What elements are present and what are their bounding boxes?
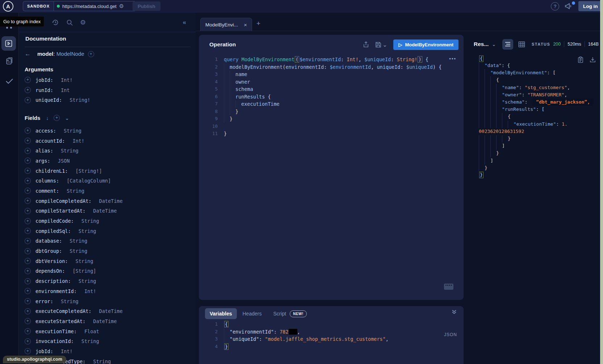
tab-script[interactable]: Script [267,308,289,319]
code-line[interactable]: 0023620128631592 [479,128,594,135]
field-type[interactable]: String [76,278,96,284]
field-type[interactable]: String [67,248,87,254]
response-json-viewer[interactable]: {"data": {"modelByEnvironment": [{"name"… [479,55,594,178]
add-to-query-icon[interactable]: + [25,77,31,83]
field-type[interactable]: String [67,238,87,244]
fields-menu-chevron-icon[interactable]: ⌄ [65,115,69,121]
field-name[interactable]: columns: [35,178,59,184]
field-type[interactable]: String [90,359,111,364]
page-scrollbar[interactable] [600,0,603,364]
code-line[interactable]: 5schema [207,85,441,93]
share-icon[interactable] [363,41,369,48]
search-icon[interactable] [66,19,73,26]
add-to-query-icon[interactable]: + [25,268,31,274]
collapse-variables-icon[interactable] [451,309,457,315]
code-line[interactable]: ] [479,157,594,164]
code-line[interactable]: "data": { [479,62,594,69]
doc-field-type[interactable]: ModelNode [56,51,84,57]
code-line[interactable]: { [479,113,594,120]
code-line[interactable]: ] [479,142,594,150]
add-to-query-icon[interactable]: + [25,188,31,194]
code-line[interactable]: 2"environmentId": 782, [207,328,389,336]
field-type[interactable]: Int! [70,138,84,144]
code-line[interactable]: 6runResults { [207,93,441,101]
field-type[interactable]: String [72,258,93,264]
add-to-query-icon[interactable]: + [25,258,31,264]
field-name[interactable]: executeCompletedAt: [35,308,91,314]
field-type[interactable]: Float [81,329,99,334]
field-name[interactable]: comment: [35,188,59,194]
field-type[interactable]: DateTime [90,208,117,214]
code-line[interactable]: 3name [207,71,441,78]
code-line[interactable]: { [479,76,594,84]
copy-response-icon[interactable] [578,57,583,63]
code-line[interactable]: "schema": “dbt_mary_jackson”, [479,99,594,106]
field-type[interactable]: String [58,148,79,154]
field-type[interactable]: String [76,228,96,234]
code-line[interactable]: } [479,135,594,142]
sort-fields-icon[interactable]: ↓ [46,115,49,121]
field-type[interactable]: Int [58,87,70,93]
keyboard-shortcuts-icon[interactable] [444,284,453,290]
run-operation-button[interactable]: ▷ ModelByEnvironment [393,39,458,50]
field-name[interactable]: runId: [35,87,53,93]
operation-tab[interactable]: ModelByEnvi... × [200,18,252,31]
checklist-nav-item[interactable] [0,77,19,85]
add-to-query-icon[interactable]: + [25,178,31,184]
field-name[interactable]: jobId: [35,348,53,354]
field-name[interactable]: access: [35,128,56,134]
field-type[interactable]: DateTime [96,308,122,314]
code-line[interactable]: 2modelByEnvironment(environmentId: $envi… [207,63,441,71]
login-button[interactable]: Log in [578,1,603,11]
field-type[interactable]: String [64,188,84,194]
add-to-query-icon[interactable]: + [25,127,31,134]
variables-code-editor[interactable]: 1{2"environmentId": 782,3"uniqueId": "mo… [207,321,389,350]
add-to-query-icon[interactable]: + [25,278,31,284]
field-type[interactable]: String! [67,97,90,103]
add-to-query-icon[interactable]: + [25,348,31,354]
add-to-query-icon[interactable]: + [25,138,31,144]
add-to-query-icon[interactable]: + [25,208,31,214]
close-tab-icon[interactable]: × [244,22,247,28]
connection-settings-icon[interactable]: ⚙ [119,3,124,9]
field-name[interactable]: alias: [35,148,53,154]
code-line[interactable]: 10 [207,123,441,130]
add-to-query-icon[interactable]: + [25,298,31,304]
field-name[interactable]: compileStartedAt: [35,208,85,214]
code-line[interactable]: 1query ModelByEnvironment($environmentId… [207,56,441,63]
field-type[interactable]: DateTime [90,318,117,324]
field-type[interactable]: String [61,128,81,134]
history-icon[interactable] [52,19,59,26]
add-to-query-icon[interactable]: + [25,308,31,314]
download-response-icon[interactable] [590,57,596,63]
endpoint-url-text[interactable]: https://metadata.cloud.get [62,4,117,9]
response-dropdown-chevron-icon[interactable]: ⌄ [492,42,496,47]
code-line[interactable]: "executionTime": 1. [479,121,594,128]
tab-headers[interactable]: Headers [237,308,268,319]
field-name[interactable]: error: [35,298,53,304]
field-name[interactable]: executeStartedAt: [35,318,85,324]
tab-variables[interactable]: Variables [205,308,237,319]
back-arrow-icon[interactable]: ← [25,50,31,58]
code-line[interactable]: 1{ [207,321,389,328]
field-name[interactable]: dependsOn: [35,268,65,274]
field-name[interactable]: description: [35,278,71,284]
field-name[interactable]: args: [35,158,50,164]
add-to-query-icon[interactable]: + [25,288,31,294]
field-name[interactable]: dbtVersion: [35,258,68,264]
add-to-query-icon[interactable]: + [25,158,31,164]
field-name[interactable]: compileCompletedAt: [35,198,91,204]
field-type[interactable]: Int! [58,77,73,83]
field-name[interactable]: database: [35,238,62,244]
apollo-logo-icon[interactable]: A [3,1,13,12]
announcements-icon[interactable] [564,2,575,11]
field-name[interactable]: compiledSql: [35,228,71,234]
field-type[interactable]: String [79,338,99,344]
field-type[interactable]: DateTime [96,198,122,204]
response-title[interactable]: Res... [474,41,489,47]
field-name[interactable]: compiledCode: [35,218,74,224]
code-line[interactable]: } [479,172,594,178]
add-to-query-icon[interactable]: + [25,248,31,254]
code-line[interactable]: 4} [207,343,389,351]
code-line[interactable]: 11} [207,130,441,138]
